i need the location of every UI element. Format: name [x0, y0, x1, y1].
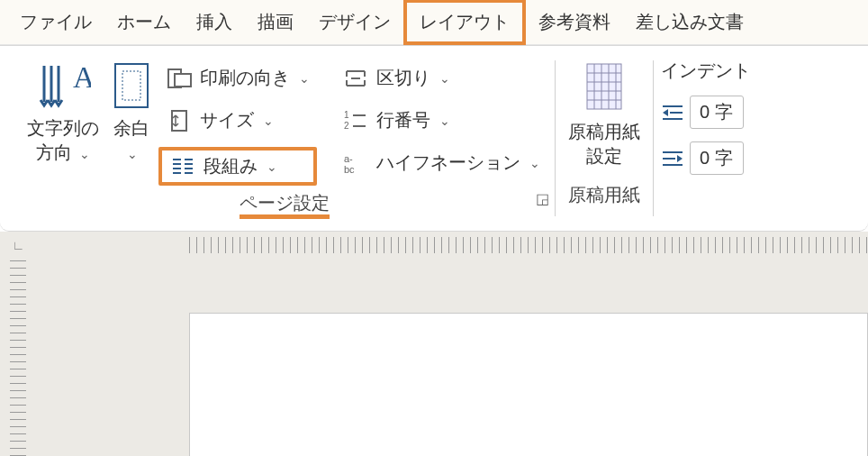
tab-home[interactable]: ホーム	[104, 3, 184, 41]
page-setup-launcher-icon[interactable]: ◲	[536, 190, 549, 207]
tab-bar: ファイル ホーム 挿入 描画 デザイン レイアウト 参考資料 差し込み文書	[0, 0, 868, 45]
chevron-down-icon: ⌄	[127, 147, 138, 161]
chevron-down-icon: ⌄	[79, 147, 90, 161]
indent-right[interactable]: 0 字	[661, 141, 744, 175]
columns-button[interactable]: 段組み ⌄	[158, 147, 317, 186]
indent-right-icon	[661, 149, 684, 169]
tab-mailings[interactable]: 差し込み文書	[623, 3, 756, 41]
indent-heading: インデント	[661, 59, 751, 83]
size-icon	[166, 109, 193, 132]
chevron-down-icon: ⌄	[299, 71, 310, 86]
svg-text:A: A	[73, 60, 91, 94]
svg-rect-4	[175, 74, 191, 87]
chevron-down-icon: ⌄	[439, 71, 450, 86]
group-indent: インデント 0 字 0 字	[654, 57, 758, 231]
manuscript-group-label: 原稿用紙	[568, 178, 640, 216]
horizontal-ruler-row: ∟	[0, 232, 868, 259]
group-page-setup: A 文字列の方向 ⌄ 余白⌄ 印刷の向き ⌄ サ	[0, 60, 556, 216]
svg-text:2: 2	[344, 121, 349, 131]
tab-references[interactable]: 参考資料	[526, 3, 623, 41]
orientation-button[interactable]: 印刷の向き ⌄	[158, 62, 317, 94]
ruler-corner: ∟	[0, 232, 36, 259]
vertical-ruler[interactable]	[10, 259, 26, 456]
line-numbers-icon: 12	[342, 109, 369, 132]
columns-icon	[169, 155, 196, 178]
svg-text:1: 1	[344, 110, 349, 120]
chevron-down-icon: ⌄	[267, 160, 277, 174]
chevron-down-icon: ⌄	[439, 114, 450, 128]
indent-left[interactable]: 0 字	[661, 96, 744, 129]
horizontal-ruler[interactable]	[189, 237, 868, 253]
indent-left-value[interactable]: 0 字	[690, 96, 744, 129]
text-direction-icon: A	[35, 60, 91, 111]
margins-button[interactable]: 余白⌄	[104, 60, 158, 165]
line-numbers-button[interactable]: 12 行番号 ⌄	[335, 105, 547, 136]
margins-icon	[110, 60, 153, 111]
group-manuscript: 原稿用紙設定 原稿用紙	[556, 60, 654, 216]
indent-right-value[interactable]: 0 字	[690, 141, 744, 175]
breaks-icon	[342, 67, 369, 90]
document-area	[0, 259, 868, 456]
ribbon: A 文字列の方向 ⌄ 余白⌄ 印刷の向き ⌄ サ	[0, 45, 868, 232]
orientation-icon	[166, 67, 193, 90]
document-page[interactable]	[189, 313, 868, 456]
tab-file[interactable]: ファイル	[7, 3, 104, 41]
svg-text:a-: a-	[344, 153, 353, 164]
tab-design[interactable]: デザイン	[306, 3, 403, 41]
text-direction-button[interactable]: A 文字列の方向 ⌄	[22, 60, 104, 165]
breaks-button[interactable]: 区切り ⌄	[335, 62, 547, 94]
svg-rect-1	[115, 64, 148, 107]
manuscript-icon	[580, 60, 628, 114]
svg-rect-5	[172, 111, 186, 131]
hyphenation-icon: a-bc	[342, 151, 369, 175]
tab-insert[interactable]: 挿入	[184, 3, 245, 41]
chevron-down-icon: ⌄	[263, 114, 274, 128]
indent-left-icon	[661, 103, 684, 123]
chevron-down-icon: ⌄	[529, 156, 540, 170]
tab-draw[interactable]: 描画	[245, 3, 306, 41]
size-button[interactable]: サイズ ⌄	[158, 105, 317, 136]
svg-text:bc: bc	[344, 164, 355, 175]
hyphenation-button[interactable]: a-bc ハイフネーション ⌄	[335, 147, 547, 178]
manuscript-button[interactable]: 原稿用紙設定	[563, 60, 646, 169]
page-setup-group-label: ページ設定	[240, 193, 330, 219]
svg-rect-2	[122, 71, 140, 100]
tab-layout[interactable]: レイアウト	[403, 0, 526, 45]
